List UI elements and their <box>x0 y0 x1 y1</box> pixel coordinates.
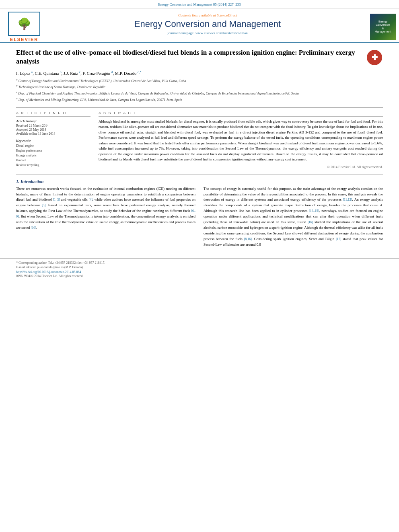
affiliation-d: d Dep. of Mechanics and Mining Engineeri… <box>16 97 383 103</box>
sciencedirect-line: Contents lists available at ScienceDirec… <box>48 13 367 17</box>
affiliation-c: c Dep. of Physical Chemistry and Applied… <box>16 90 383 96</box>
authors-text: I. López a, C.E. Quintana b, J.J. Ruiz c… <box>16 71 141 76</box>
elsevier-logo-box: 🌳 <box>8 12 40 36</box>
crossmark-badge: ✚ <box>367 50 383 66</box>
ref-11-12: [11,12] <box>343 198 352 201</box>
abstract-header: A B S T R A C T <box>99 111 383 117</box>
ecm-logo-area: EnergyConversion&Management <box>367 12 399 42</box>
received-date: Received 21 March 2014 <box>16 124 90 127</box>
doi-link[interactable]: http://dx.doi.org/10.1016/j.enconman.201… <box>16 270 383 274</box>
available-date: Available online 13 June 2014 <box>16 132 90 136</box>
article-info-column: A R T I C L E I N F O Article history: R… <box>16 111 90 169</box>
keyword-biofuel: Biofuel <box>16 158 90 163</box>
intro-right-col: The concept of exergy is extremely usefu… <box>204 186 383 250</box>
intro-para-1: There are numerous research works focuse… <box>16 186 195 231</box>
journal-center-info: Contents lists available at ScienceDirec… <box>48 12 367 42</box>
intro-heading: 1. Introduction <box>16 179 383 184</box>
elsevier-logo-area: 🌳 ELSEVIER <box>0 12 48 42</box>
keyword-exergy-analysis: Exergy analysis <box>16 153 90 158</box>
citation-text: Energy Conversion and Management 85 (201… <box>158 2 241 6</box>
authors-line: I. López a, C.E. Quintana b, J.J. Ruiz c… <box>16 70 383 76</box>
intro-left-text: There are numerous research works focuse… <box>16 186 195 231</box>
abstract-text: Although biodiesel is among the most stu… <box>99 119 383 162</box>
keyword-diesel-engine: Diesel engine <box>16 144 90 148</box>
ecm-logo: EnergyConversion&Management <box>370 14 396 40</box>
ref-17: [17] <box>336 237 341 241</box>
footer-copyright: 0196-8904/© 2014 Elsevier Ltd. All right… <box>16 274 383 278</box>
affiliation-b: b Technological Institute of Santo Domin… <box>16 84 383 90</box>
journal-header: 🌳 ELSEVIER Contents lists available at S… <box>0 8 399 43</box>
ref-16: [16] <box>308 220 313 224</box>
ref-4: [4] <box>88 198 92 201</box>
body-section: 1. Introduction There are numerous resea… <box>16 175 383 250</box>
paper-content: Effect of the use of olive–pomace oil bi… <box>0 43 399 254</box>
homepage-url[interactable]: www.elsevier.com/locate/enconman <box>195 31 248 35</box>
affiliations: a Center of Energy Studies and Environme… <box>16 78 383 103</box>
accepted-date: Accepted 23 May 2014 <box>16 128 90 131</box>
intro-number: 1. <box>16 179 19 184</box>
intro-para-2: The concept of exergy is extremely usefu… <box>204 186 383 248</box>
elsevier-wordmark: ELSEVIER <box>10 37 38 42</box>
elsevier-tree-icon: 🌳 <box>17 17 31 31</box>
keyword-residue-recycling: Residue recycling <box>16 163 90 168</box>
corresponding-note: * Corresponding author. Tel.: +34 957 21… <box>16 261 383 265</box>
page-footer: * Corresponding author. Tel.: +34 957 21… <box>0 258 399 280</box>
keyword-engine-performance: Engine performance <box>16 148 90 153</box>
ref-5: [5] <box>42 203 45 207</box>
copyright-line: © 2014 Elsevier Ltd. All rights reserved… <box>99 165 383 169</box>
ref-8-16: [8,16] <box>244 237 252 241</box>
keywords-label: Keywords: <box>16 139 90 143</box>
homepage-line: journal homepage: www.elsevier.com/locat… <box>48 31 367 35</box>
elsevier-logo: 🌳 ELSEVIER <box>8 12 40 42</box>
intro-title: Introduction <box>21 179 43 184</box>
paper-title: Effect of the use of olive–pomace oil bi… <box>16 48 367 66</box>
sciencedirect-link[interactable]: ScienceDirect <box>217 13 237 17</box>
ref-6-9: [6–9] <box>16 209 195 218</box>
ref-1-3: [1–3] <box>53 198 60 201</box>
crossmark-icon: ✚ <box>367 50 382 65</box>
email-note: E-mail address: pilar.dorado@uco.es (M.P… <box>16 265 383 269</box>
header-divider <box>16 107 383 108</box>
paper-title-section: Effect of the use of olive–pomace oil bi… <box>16 48 383 66</box>
article-info-header: A R T I C L E I N F O <box>16 111 90 117</box>
article-info-abstract-section: A R T I C L E I N F O Article history: R… <box>16 111 383 169</box>
article-history-label: Article history: <box>16 119 90 123</box>
citation-bar: Energy Conversion and Management 85 (201… <box>0 0 399 8</box>
intro-left-col: There are numerous research works focuse… <box>16 186 195 250</box>
keywords-section: Keywords: Diesel engine Engine performan… <box>16 139 90 168</box>
intro-right-text: The concept of exergy is extremely usefu… <box>204 186 383 248</box>
journal-title: Energy Conversion and Management <box>48 19 367 29</box>
ecm-logo-text: EnergyConversion&Management <box>375 20 391 34</box>
intro-two-col: There are numerous research works focuse… <box>16 186 383 250</box>
ref-10: [10] <box>31 226 36 230</box>
affiliation-a: a Center of Energy Studies and Environme… <box>16 78 383 84</box>
ref-13-15: [13–15] <box>309 209 319 213</box>
abstract-column: A B S T R A C T Although biodiesel is am… <box>99 111 383 169</box>
